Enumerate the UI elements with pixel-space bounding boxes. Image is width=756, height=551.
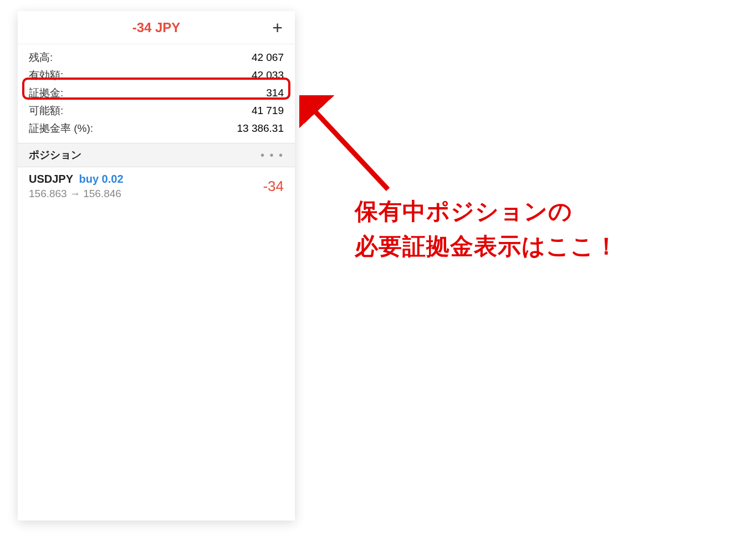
free-margin-label: 可能額: [29, 104, 63, 118]
balance-value: 42 067 [252, 52, 284, 64]
app-header: -34 JPY + [18, 11, 295, 44]
position-symbol: USDJPY [29, 173, 73, 185]
equity-value: 42 033 [252, 69, 284, 81]
balance-row: 残高: 42 067 [18, 49, 295, 66]
positions-title: ポジション [29, 148, 81, 162]
position-action: buy 0.02 [79, 173, 123, 185]
free-margin-row: 可能額: 41 719 [18, 102, 295, 120]
account-info-section: 残高: 42 067 有効額: 42 033 証拠金: 314 可能額: 41 … [18, 44, 295, 140]
annotation-text: 保有中ポジションの 必要証拠金表示はここ！ [355, 194, 619, 264]
plus-icon: + [272, 18, 283, 38]
margin-row: 証拠金: 314 [18, 84, 295, 102]
margin-value: 314 [266, 87, 284, 99]
balance-label: 残高: [29, 50, 53, 65]
position-row[interactable]: USDJPY buy 0.02 156.863 → 156.846 -34 [18, 167, 295, 208]
svg-line-1 [309, 105, 388, 189]
annotation-arrow [299, 95, 399, 195]
more-icon[interactable]: • • • [260, 149, 284, 162]
position-prices: 156.863 → 156.846 [29, 188, 124, 200]
positions-section-header: ポジション • • • [18, 143, 295, 167]
trading-app-screen: -34 JPY + 残高: 42 067 有効額: 42 033 証拠金: 31… [18, 11, 295, 521]
add-button[interactable]: + [272, 19, 283, 37]
margin-label: 証拠金: [29, 86, 63, 100]
annotation-line1: 保有中ポジションの [355, 194, 619, 229]
equity-label: 有効額: [29, 68, 63, 83]
margin-level-value: 13 386.31 [237, 122, 284, 135]
position-pl: -34 [263, 178, 284, 195]
header-pl-title: -34 JPY [132, 20, 181, 35]
equity-row: 有効額: 42 033 [18, 66, 295, 84]
annotation-line2: 必要証拠金表示はここ！ [355, 229, 619, 264]
free-margin-value: 41 719 [252, 105, 284, 117]
margin-level-label: 証拠金率 (%): [29, 121, 93, 136]
margin-level-row: 証拠金率 (%): 13 386.31 [18, 120, 295, 137]
position-info: USDJPY buy 0.02 156.863 → 156.846 [29, 173, 124, 200]
